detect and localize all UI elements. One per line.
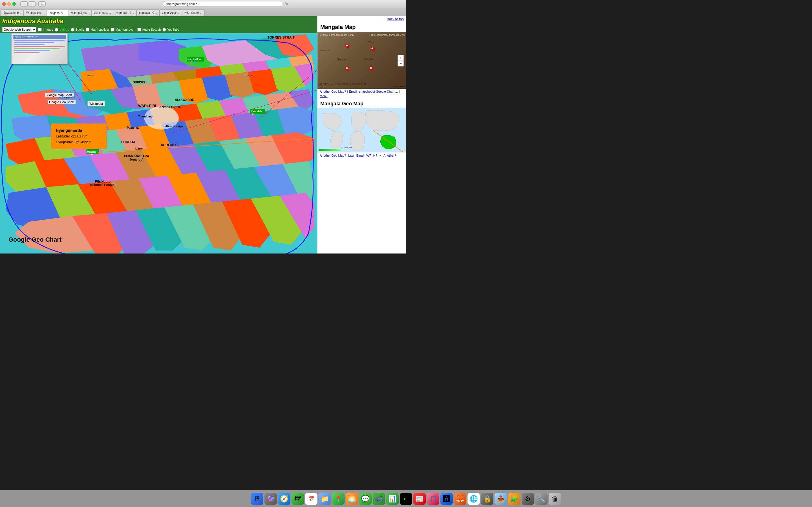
svg-text:JAWOYN: JAWOYN: [87, 75, 95, 77]
geo-another2-link[interactable]: Another?: [384, 154, 396, 157]
tab-7[interactable]: List of Austr...: [160, 9, 182, 16]
svg-text:Warnindiliya: Warnindiliya: [188, 58, 201, 61]
google-logo-area: G o o g l e: [319, 85, 326, 88]
reload-button[interactable]: ↻: [285, 2, 288, 6]
tooltip-name: Nyangumarda: [56, 127, 102, 133]
map-pin-4: [368, 66, 374, 71]
geo-email-link[interactable]: Email: [356, 154, 364, 157]
tifton-label: Tifton: [368, 41, 374, 43]
forward-button[interactable]: ›: [28, 1, 36, 6]
map-data-label: Map data ©2019 Google Imagery ©2019, Ter…: [319, 83, 366, 85]
geo-last-link[interactable]: Last: [348, 154, 354, 157]
indigenous-map-svg[interactable]: GURINIDJI YOLŊU JAWOYN NGAN'GIWUMIRRI Yi…: [0, 33, 317, 253]
zoom-out-button[interactable]: −: [398, 61, 403, 66]
zoom-in-button[interactable]: +: [398, 55, 403, 61]
svg-text:Yirandali: Yirandali: [251, 110, 262, 113]
back-to-top-link[interactable]: Back to top: [317, 16, 406, 22]
svg-point-84: [144, 107, 179, 129]
svg-text:🏠 🌐: 🏠 🌐: [91, 153, 96, 156]
map-pin-2: [370, 46, 375, 52]
right-panel: Back to top Mangala Map For development …: [317, 16, 406, 253]
right-panel-title: Mangala Map: [317, 22, 406, 33]
svg-text:Mangala: Mangala: [87, 151, 96, 153]
tab-5[interactable]: yirandali - G...: [114, 9, 137, 16]
url-bar[interactable]: rjmprogramming.com.au: [163, 1, 282, 7]
url-text: rjmprogramming.com.au: [165, 2, 199, 6]
map-pin-1: [345, 43, 350, 49]
snapshot-link[interactable]: snapshot of Google Chart ...: [359, 90, 398, 93]
svg-text:YOLŊU: YOLŊU: [245, 74, 253, 77]
dev-purposes-right: For development purposes only: [369, 34, 405, 36]
geo-plus-link[interactable]: +: [379, 154, 381, 157]
map-pin-3: [345, 66, 350, 71]
geo-chart-map[interactable]: 1 999,999,999: [317, 108, 406, 153]
google-geo-chart-label[interactable]: Google Geo Chart: [47, 100, 76, 105]
menu-link[interactable]: Menu: [320, 94, 327, 98]
svg-text:🏠 🌐: 🏠 🌐: [190, 61, 196, 63]
tooltip-latitude: Latitude: -21.0173°: [56, 133, 102, 139]
titlebar: ‹ › ⊞ rjmprogramming.com.au ↻: [0, 0, 406, 8]
tab-3[interactable]: warnindiliya...: [69, 9, 91, 16]
main-area: Indigenous Australia Google Web Search I…: [0, 16, 317, 253]
email-snapshot-link[interactable]: Email: [349, 90, 357, 93]
geo-chart-links: Another Geo Map? Last Email W7 H? + Anot…: [317, 153, 406, 158]
tooltip-longitude: Longitude: 121.4995°: [56, 139, 102, 145]
sidebar-toggle[interactable]: ⊞: [38, 1, 46, 6]
svg-rect-105: [319, 149, 341, 151]
national-park-label: Nat. Park: [364, 58, 373, 60]
header-bar: Indigenous Australia: [0, 16, 317, 26]
images-option[interactable]: Images: [38, 28, 53, 32]
geo-h7-link[interactable]: H?: [373, 154, 377, 157]
tab-0[interactable]: Javascript b...: [1, 9, 24, 16]
map-onhover-option[interactable]: Map (onhover): [111, 28, 136, 32]
back-button[interactable]: ‹: [20, 1, 28, 6]
marble-bar-label: Marble Bar: [320, 49, 331, 52]
world-map-svg: 1 999,999,999: [317, 108, 406, 153]
tab-1[interactable]: Window bto...: [24, 9, 46, 16]
youtube-option[interactable]: YouTube: [162, 28, 179, 32]
tab-8[interactable]: wik - Googl...: [182, 9, 205, 16]
another-geo-map-link[interactable]: Another Geo Map?: [320, 90, 346, 93]
search-type-select[interactable]: Google Web Search: [2, 27, 36, 33]
map-area[interactable]: rjmprogramming.com.au: [0, 33, 317, 253]
svg-text:999,999,999: 999,999,999: [341, 147, 352, 149]
mangala-geo-title: Mangala Geo Map: [317, 99, 406, 108]
geo-w7-link[interactable]: W7: [366, 154, 371, 157]
terms-label: Terms of Use: [393, 86, 405, 88]
audio-search-option[interactable]: Audio Search: [137, 28, 161, 32]
tab-2[interactable]: Indigenous...: [46, 10, 69, 16]
right-panel-links: Another Geo Map? | Email snapshot of Goo…: [317, 89, 406, 99]
videos-option[interactable]: Videos: [55, 28, 69, 32]
geo-chart-bottom-label: Google Geo Chart: [8, 236, 61, 243]
geo-another-link[interactable]: Another Geo Map?: [320, 154, 346, 157]
svg-text:🏠 🌐: 🏠 🌐: [252, 113, 257, 115]
map-onclick-option[interactable]: Map (onclick): [86, 28, 109, 32]
google-map-embed[interactable]: For development purposes only For develo…: [317, 33, 406, 89]
tabbar: Javascript b... Window bto... Indigenous…: [0, 8, 406, 16]
map-tooltip: Nyangumarda Latitude: -21.0173° Longitud…: [51, 123, 107, 149]
tab-4[interactable]: List of Austr...: [91, 9, 114, 16]
close-button[interactable]: [2, 2, 6, 6]
minimize-button[interactable]: [7, 2, 11, 6]
google-map-chart-label[interactable]: Google Map Chart: [45, 93, 74, 98]
dev-purposes-left: For development purposes only: [319, 34, 354, 36]
books-option[interactable]: Books: [71, 28, 84, 32]
search-bar: Google Web Search Images Videos Books Ma…: [0, 26, 317, 33]
tab-6[interactable]: mangala - G...: [137, 9, 159, 16]
screenshot-thumbnail[interactable]: rjmprogramming.com.au: [11, 33, 68, 64]
newman-label: Newman: [337, 58, 346, 60]
zoom-controls: + −: [398, 55, 404, 66]
svg-text:GURINIDJI: GURINIDJI: [133, 81, 147, 84]
svg-text:1: 1: [319, 147, 320, 149]
wikipedia-label[interactable]: Wikipedia: [87, 101, 105, 107]
maximize-button[interactable]: [12, 2, 16, 6]
browser-content: Indigenous Australia Google Web Search I…: [0, 16, 406, 253]
site-title: Indigenous Australia: [2, 17, 63, 25]
geo-chart-area: 1 999,999,999 Another Geo Map? Last E: [317, 108, 406, 253]
